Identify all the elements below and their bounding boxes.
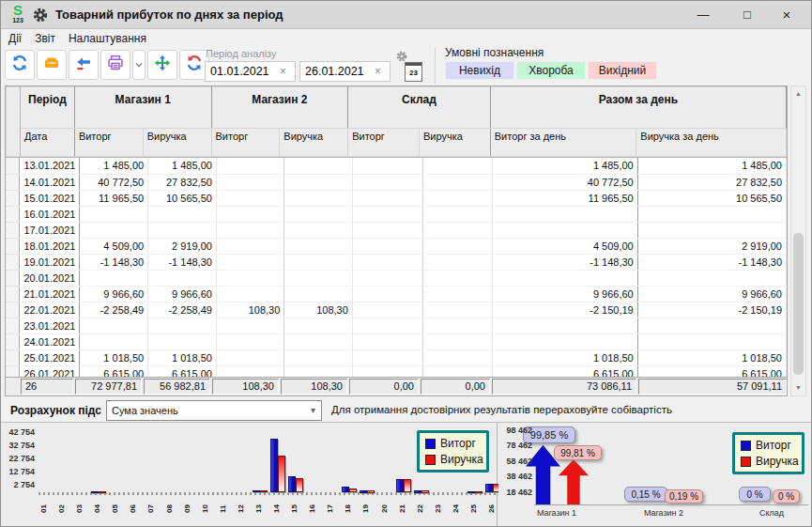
menu-item-дії[interactable]: Дії [8,32,22,45]
table-row[interactable]: 19.01.2021-1 148,30-1 148,30-1 148,30-1 … [6,254,787,270]
totals-calc-select[interactable]: Сума значень ▾ [106,400,322,421]
print-options-button[interactable] [132,50,146,80]
column-header[interactable]: Виручка [419,129,490,157]
bar-vyruchka-15 [296,478,303,492]
toolbar-buttons [5,50,209,80]
table-row[interactable]: 22.01.2021-2 258,49-2 258,49108,30108,30… [6,302,787,318]
value-cell [216,349,283,365]
column-header[interactable]: Виторг [211,129,280,157]
date-from-input[interactable] [206,62,271,81]
app-logo-icon: S123 [7,4,29,26]
total-cell: 0,00 [349,379,419,395]
table-row[interactable]: 15.01.202111 965,5010 565,5011 965,5010 … [6,190,787,206]
date-from-field[interactable]: × [205,61,296,82]
value-cell [422,190,493,206]
table-row[interactable]: 16.01.2021 [6,206,787,222]
chevron-down-icon: ▾ [311,401,315,420]
expand-button[interactable] [147,50,177,80]
group-header: Магазин 1 [74,87,211,129]
print-button[interactable] [100,50,130,80]
column-header[interactable]: Виручка [143,129,211,157]
value-cell [284,222,352,238]
total-cell: 0,00 [421,379,490,395]
table-header: ПеріодМагазин 1Магазин 2СкладРазом за де… [6,86,787,157]
condition-chip: Вихідний [588,61,657,80]
value-cell: 27 832,50 [148,174,217,190]
date-cell: 13.01.2021 [20,158,80,174]
date-to-input[interactable] [300,62,366,81]
column-header[interactable]: Виторг [74,129,143,157]
table-row[interactable]: 18.01.20214 509,002 919,004 509,002 919,… [6,238,787,254]
table-row[interactable]: 25.01.20211 018,501 018,501 018,501 018,… [6,349,787,365]
x-tick-label: 06 [129,498,140,513]
table-row[interactable]: 26.01.20216 615,006 615,006 615,006 615,… [6,365,787,377]
row-indicator [6,302,20,318]
date-to-field[interactable]: × [299,61,391,82]
value-cell [216,318,283,333]
y-tick-label: 32 754 [3,441,35,450]
x-tick-label: 11 [219,498,230,513]
value-cell: 2 919,00 [637,238,786,254]
group-header: Разом за день [490,87,786,129]
clear-date-to-icon[interactable]: × [370,62,385,81]
back-button[interactable] [69,50,99,80]
value-cell [352,158,422,174]
value-cell [284,254,352,270]
menu-item-налаштування[interactable]: Налаштування [69,32,146,45]
scroll-up-icon[interactable]: ▲ [791,86,805,101]
value-cell [352,286,422,302]
menubar: ДіїЗвітНалаштування [1,29,811,48]
maximize-button[interactable]: □ [728,1,766,29]
vertical-scrollbar[interactable]: ▲ ▼ [790,85,806,396]
x-tick-label: 23 [434,498,445,513]
legend-swatch-vitorg [425,439,436,449]
table-row[interactable]: 13.01.20211 485,001 485,001 485,001 485,… [6,158,787,174]
x-axis [534,504,808,505]
column-header[interactable]: Виторг [348,129,420,157]
table-row[interactable]: 24.01.2021 [6,333,787,349]
x-tick-label: 26 [487,498,498,513]
value-cell [422,333,493,349]
y-tick-label: 38 462 [500,472,532,481]
value-cell [352,333,422,349]
table-row[interactable]: 21.01.20219 966,609 966,609 966,609 966,… [6,286,787,302]
column-header[interactable]: Виручка за день [636,129,787,157]
refresh-button[interactable] [5,50,35,80]
archive-button[interactable] [37,50,67,80]
row-indicator [6,254,20,270]
y-tick-label: 98 462 [500,426,532,435]
column-header[interactable]: Дата [20,129,74,157]
scroll-thumb[interactable] [793,233,804,375]
scroll-down-icon[interactable]: ▼ [791,380,805,395]
value-cell [422,206,493,222]
value-cell: 4 509,00 [493,238,637,254]
table-row[interactable]: 17.01.2021 [6,222,787,238]
bar-vyruchka-14 [278,456,285,492]
close-button[interactable]: × [768,1,805,29]
clear-date-from-icon[interactable]: × [275,62,290,81]
value-cell [216,333,283,349]
date-cell: 22.01.2021 [20,302,80,318]
date-cell: 19.01.2021 [20,254,80,270]
table-row[interactable]: 23.01.2021 [6,318,787,333]
menu-item-звіт[interactable]: Звіт [35,32,55,45]
x-tick-label: 25 [469,498,481,513]
daily-bar-chart: Виторг Виручка 42 75432 75422 75412 7542… [1,423,498,527]
column-header[interactable]: Виручка [280,129,348,157]
column-header[interactable]: Виторг за день [490,129,636,157]
y-tick-label: 18 462 [500,488,532,497]
legend-swatch-vitorg [741,441,751,451]
minimize-button[interactable]: — [684,1,722,29]
percent-badge: 0 % [739,487,771,502]
calendar-button[interactable]: 23 [405,62,422,82]
value-cell: 11 965,50 [493,190,637,206]
legend-label: Виторг [440,437,476,450]
x-tick-label: 24 [452,498,463,513]
x-tick-label: 18 [344,498,355,513]
value-cell: 1 485,00 [493,158,637,174]
table-row[interactable]: 14.01.202140 772,5027 832,5040 772,5027 … [6,174,787,190]
group-header: Період [20,87,74,129]
table-row[interactable]: 20.01.2021 [6,270,787,286]
date-cell: 14.01.2021 [20,174,80,190]
percent-badge: 0,19 % [665,489,703,504]
